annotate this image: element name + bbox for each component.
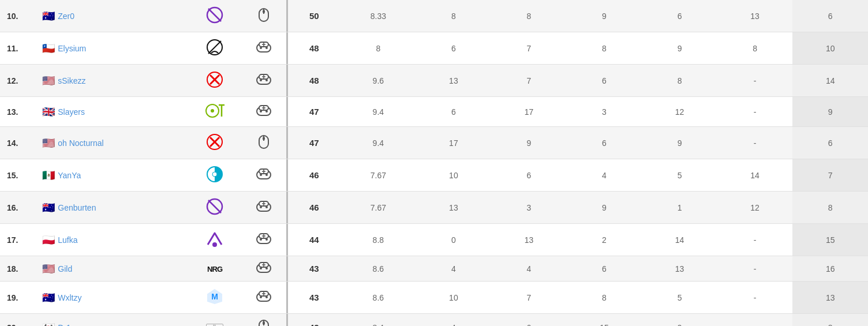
stat5-cell: 13 <box>642 256 717 282</box>
stat3-cell: 7 <box>491 32 567 65</box>
player-cell[interactable]: 🇵🇱 Lufka <box>38 224 188 256</box>
player-name[interactable]: sSikezz <box>58 76 85 85</box>
player-name[interactable]: Wxltzy <box>58 293 81 302</box>
stat3-cell: 7 <box>491 65 567 97</box>
stat7-cell: 8 <box>792 192 868 224</box>
svg-point-72 <box>265 296 268 298</box>
device-cell <box>241 65 286 97</box>
device-cell <box>241 282 286 314</box>
svg-point-50 <box>260 206 262 208</box>
player-name[interactable]: Slayers <box>58 107 85 117</box>
table-row: 20. 🇰🇷 Dr1p FÜN 42 8.4 4 6 15 9 - 8 <box>0 314 868 327</box>
stat7-cell: 7 <box>792 159 868 192</box>
points-cell: 47 <box>288 97 341 127</box>
device-cell <box>241 256 286 282</box>
stat2-cell: 10 <box>416 282 492 314</box>
device-icon <box>256 266 271 275</box>
svg-point-10 <box>265 47 268 49</box>
svg-line-47 <box>208 200 221 213</box>
rank-cell: 16. <box>0 192 38 224</box>
player-cell[interactable]: 🇺🇸 sSikezz <box>38 65 188 97</box>
stat7-cell: 13 <box>792 282 868 314</box>
stat6-cell: 13 <box>717 0 793 32</box>
stat2-cell: 13 <box>416 65 492 97</box>
stat6-cell: - <box>717 127 793 159</box>
device-cell <box>241 314 286 327</box>
player-cell[interactable]: 🇲🇽 YanYa <box>38 159 188 192</box>
rank-cell: 20. <box>0 314 38 327</box>
player-name[interactable]: Dr1p <box>58 323 75 327</box>
country-flag: 🇲🇽 <box>42 169 55 182</box>
country-flag: 🇦🇺 <box>42 10 55 23</box>
player-name[interactable]: Gild <box>58 264 72 273</box>
team-icon: FÜN <box>206 323 224 327</box>
stat4-cell: 3 <box>567 97 642 127</box>
rank-cell: 12. <box>0 65 38 97</box>
stat5-cell: 5 <box>642 159 717 192</box>
stat4-cell: 2 <box>567 224 642 256</box>
stat5-cell: 9 <box>642 32 717 65</box>
stat1-cell: 8.4 <box>341 314 416 327</box>
svg-point-71 <box>260 296 262 298</box>
table-row: 11. 🇨🇱 Elysium 48 8 6 7 8 9 8 10 <box>0 32 868 65</box>
svg-point-28 <box>260 110 262 113</box>
player-cell[interactable]: 🇦🇺 Genburten <box>38 192 188 224</box>
rank-cell: 14. <box>0 127 38 159</box>
player-name[interactable]: oh Nocturnal <box>58 138 103 148</box>
team-icon <box>205 241 224 250</box>
player-cell[interactable]: 🇨🇱 Elysium <box>38 32 188 65</box>
device-icon <box>258 141 270 151</box>
country-flag: 🇰🇷 <box>42 321 55 327</box>
svg-point-23 <box>211 109 214 113</box>
svg-point-9 <box>260 47 262 49</box>
player-cell[interactable]: 🇰🇷 Dr1p <box>38 314 188 327</box>
device-icon <box>256 205 271 214</box>
stat5-cell: 1 <box>642 192 717 224</box>
player-name[interactable]: Elysium <box>58 44 86 53</box>
points-cell: 44 <box>288 224 341 256</box>
stat3-cell: 3 <box>491 192 567 224</box>
stat5-cell: 9 <box>642 127 717 159</box>
player-name[interactable]: Lufka <box>58 235 77 245</box>
player-name[interactable]: YanYa <box>58 171 81 180</box>
player-cell[interactable]: 🇺🇸 Gild <box>38 256 188 282</box>
team-icon: NRG <box>207 264 222 273</box>
device-icon <box>256 295 271 304</box>
player-name[interactable]: Genburten <box>58 203 96 212</box>
team-icon <box>205 17 224 26</box>
rank-cell: 11. <box>0 32 38 65</box>
country-flag: 🇺🇸 <box>42 263 55 275</box>
stat4-cell: 15 <box>567 314 642 327</box>
table-row: 14. 🇺🇸 oh Nocturnal 47 9.4 17 9 6 9 - 6 <box>0 127 868 159</box>
country-flag: 🇺🇸 <box>42 74 55 87</box>
player-cell[interactable]: 🇺🇸 oh Nocturnal <box>38 127 188 159</box>
stat4-cell: 8 <box>567 32 642 65</box>
svg-point-63 <box>260 267 262 269</box>
table-row: 13. 🇬🇧 Slayers 47 9.4 6 17 3 12 - 9 <box>0 97 868 127</box>
rank-cell: 18. <box>0 256 38 282</box>
team-logo-cell: M <box>188 282 241 314</box>
team-icon <box>205 176 224 185</box>
stat1-cell: 9.6 <box>341 65 416 97</box>
stat2-cell: 13 <box>416 192 492 224</box>
stat2-cell: 6 <box>416 97 492 127</box>
table-row: 18. 🇺🇸 Gild NRG 43 8.6 4 4 6 13 - 16 <box>0 256 868 282</box>
stat4-cell: 6 <box>567 127 642 159</box>
team-icon <box>205 49 224 58</box>
player-cell[interactable]: 🇦🇺 Wxltzy <box>38 282 188 314</box>
stat1-cell: 8.8 <box>341 224 416 256</box>
player-name[interactable]: Zer0 <box>58 12 74 21</box>
stat4-cell: 6 <box>567 65 642 97</box>
svg-point-39 <box>212 172 217 177</box>
stat1-cell: 7.67 <box>341 159 416 192</box>
stat6-cell: 12 <box>717 192 793 224</box>
team-icon: M <box>205 298 224 308</box>
stat4-cell: 4 <box>567 159 642 192</box>
svg-line-1 <box>208 9 221 21</box>
stat7-cell: 6 <box>792 0 868 32</box>
points-cell: 47 <box>288 127 341 159</box>
rank-cell: 10. <box>0 0 38 32</box>
player-cell[interactable]: 🇦🇺 Zer0 <box>38 0 188 32</box>
player-cell[interactable]: 🇬🇧 Slayers <box>38 97 188 127</box>
stat3-cell: 6 <box>491 159 567 192</box>
